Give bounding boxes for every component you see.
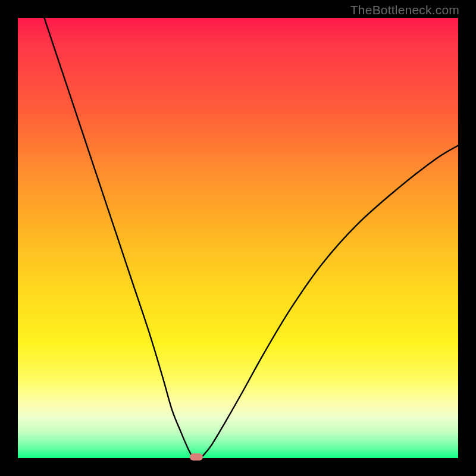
curve-svg — [18, 18, 458, 458]
plot-area — [18, 18, 458, 458]
chart-frame: TheBottleneck.com — [0, 0, 476, 476]
watermark-text: TheBottleneck.com — [350, 3, 459, 17]
minimum-marker — [190, 453, 203, 461]
curve-right — [203, 146, 458, 456]
curve-left — [44, 18, 192, 456]
